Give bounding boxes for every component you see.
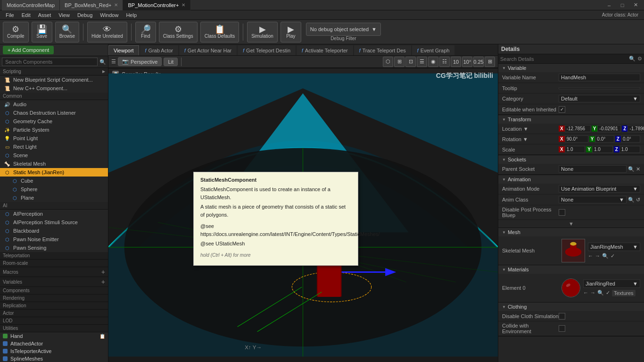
location-x-input[interactable] <box>565 125 591 132</box>
debug-filter-dropdown[interactable]: No debug object selected ▼ <box>306 23 381 36</box>
viewport-area[interactable]: ☰ 📷 Perspective Lit ⬡ ⊞ ⊡ ☰ ◉ ☷ 10 <box>108 56 498 362</box>
section-rendering[interactable]: Rendering <box>0 295 108 302</box>
menu-file[interactable]: File <box>2 10 18 20</box>
lit-button[interactable]: Lit <box>164 58 178 66</box>
animation-section-header[interactable]: ▼ Animation <box>498 175 644 184</box>
tab-grab-actor[interactable]: f Grab Actor <box>140 45 178 55</box>
tab-event-graph[interactable]: f Event Graph <box>412 45 455 55</box>
transform-section-header[interactable]: ▼ Transform <box>498 115 644 124</box>
anim-mode-dropdown[interactable]: Use Animation Blueprint ▼ <box>559 185 640 193</box>
section-components[interactable]: Components <box>0 287 108 295</box>
list-item[interactable]: ✨ Particle System <box>0 126 108 134</box>
mesh-section-header[interactable]: ▼ Mesh <box>498 228 644 236</box>
close-active-tab-icon[interactable]: ✕ <box>182 2 185 8</box>
rotation-y-input[interactable] <box>595 135 614 143</box>
simulation-button[interactable]: ▶ Simulation <box>247 22 278 42</box>
mat-browse-icon[interactable]: 🔍 <box>597 290 604 296</box>
section-utilities[interactable]: Utilities <box>0 325 108 332</box>
list-item-sphere[interactable]: ⬡ Sphere <box>0 185 108 194</box>
details-search-input[interactable] <box>500 56 627 62</box>
list-item-plane[interactable]: ⬡ Plane <box>0 194 108 202</box>
mesh-back-icon[interactable]: ← <box>588 253 593 259</box>
list-item[interactable]: ⬡ AIPerception <box>0 210 108 218</box>
section-ai[interactable]: AI <box>0 202 108 210</box>
menu-edit[interactable]: Edit <box>18 10 34 20</box>
menu-debug[interactable]: Debug <box>74 10 96 20</box>
var-attached-actor[interactable]: AttachedActor <box>0 340 108 347</box>
tab-bp-motioncontroller[interactable]: BP_MotionController+ ✕ <box>123 0 190 10</box>
section-room-scale[interactable]: Room-scale <box>0 260 108 267</box>
vp-icon-1[interactable]: ⬡ <box>383 57 393 67</box>
mesh-forward-icon[interactable]: → <box>595 253 600 259</box>
menu-window[interactable]: Window <box>96 10 122 20</box>
compile-button[interactable]: ⚙ Compile <box>3 22 29 42</box>
tab-trace-teleport[interactable]: f Trace Teleport Des <box>354 45 411 55</box>
play-button[interactable]: ▶ Play <box>281 22 301 42</box>
vp-icon-2[interactable]: ⊞ <box>394 57 405 67</box>
variable-section-header[interactable]: ▼ Variable <box>498 64 644 72</box>
location-y-input[interactable] <box>597 125 621 132</box>
class-settings-button[interactable]: ⚙ Class Settings <box>159 22 198 42</box>
material-name-field[interactable]: JianRingRed ▼ <box>583 279 640 288</box>
perspective-button[interactable]: 📷 Perspective <box>118 57 162 66</box>
list-item[interactable]: ⬡ Pawn Sensing <box>0 244 108 252</box>
materials-section-header[interactable]: ▼ Materials <box>498 265 644 274</box>
vp-icon-7[interactable]: ⊞ <box>485 57 495 67</box>
scale-y-input[interactable] <box>592 146 613 153</box>
list-item[interactable]: 📜 New C++ Component... <box>0 84 108 93</box>
mat-back-icon[interactable]: ← <box>583 290 588 296</box>
collide-env-checkbox[interactable] <box>559 325 565 332</box>
section-common[interactable]: Common <box>0 93 108 100</box>
section-macros[interactable]: Macros + <box>0 267 108 277</box>
list-item[interactable]: ⬡ AIPerception Stimuli Source <box>0 218 108 227</box>
var-hand[interactable]: Hand 📋 <box>0 332 108 340</box>
parent-socket-browse-icon[interactable]: 🔍 <box>628 166 635 172</box>
browse-button[interactable]: 🔍 Browse <box>55 22 79 42</box>
section-actor[interactable]: Actor <box>0 310 108 317</box>
tab-bp-boxmesh[interactable]: BP_BoxMesh_Red+ ✕ <box>60 0 123 10</box>
section-variables[interactable]: Variables + <box>0 277 108 287</box>
tab-get-teleport-destin[interactable]: f Get Teleport Destin <box>238 45 296 55</box>
tab-activate-teleporter[interactable]: f Activate Teleporter <box>297 45 353 55</box>
maximize-button[interactable]: □ <box>616 0 629 10</box>
tab-get-actor-near[interactable]: f Get Actor Near Har <box>179 45 237 55</box>
anim-class-reset-icon[interactable]: ↺ <box>636 197 640 203</box>
tab-motion-controller-map[interactable]: MotionControllerMap <box>2 0 60 10</box>
var-is-teleporter-active[interactable]: IsTeleporterActive <box>0 347 108 355</box>
section-replication[interactable]: Replication <box>0 302 108 310</box>
mat-forward-icon[interactable]: → <box>590 290 595 296</box>
save-button[interactable]: 💾 Save <box>32 22 52 42</box>
parent-socket-clear-icon[interactable]: ✕ <box>636 166 640 172</box>
list-item[interactable]: 🔊 Audio <box>0 100 108 109</box>
section-lod[interactable]: LOD <box>0 317 108 325</box>
menu-view[interactable]: View <box>55 10 74 20</box>
list-item[interactable]: 📜 New Blueprint Script Component... <box>0 76 108 84</box>
animation-expand-icon[interactable]: ▼ <box>498 220 644 227</box>
anim-class-dropdown[interactable]: None ▼ <box>559 196 627 203</box>
vp-icon-4[interactable]: ☰ <box>417 57 427 67</box>
static-mesh-item[interactable]: ⬡ Static Mesh (JianRen) <box>0 168 108 177</box>
add-variable-icon[interactable]: + <box>101 278 105 286</box>
mat-textures-icon[interactable]: Textures <box>612 290 636 296</box>
mesh-use-icon[interactable]: ✓ <box>611 253 615 259</box>
vp-icon-3[interactable]: ⊡ <box>405 57 416 67</box>
rotation-dropdown-icon[interactable]: ▼ <box>523 136 528 142</box>
vp-coords[interactable]: 0.25 <box>473 57 484 67</box>
tooltip-input[interactable] <box>559 87 640 89</box>
list-item[interactable]: ⬡ Pawn Noise Emitter <box>0 235 108 244</box>
anim-class-browse-icon[interactable]: 🔍 <box>628 197 635 203</box>
minimize-button[interactable]: – <box>603 0 616 10</box>
sockets-section-header[interactable]: ▼ Sockets <box>498 155 644 164</box>
vp-icon-5[interactable]: ◉ <box>428 57 438 67</box>
list-item[interactable]: ▭ Rect Light <box>0 143 108 151</box>
mesh-browse-icon[interactable]: 🔍 <box>602 253 609 259</box>
tab-viewport[interactable]: Viewport <box>108 45 139 55</box>
close-window-button[interactable]: ✕ <box>629 0 642 10</box>
find-button[interactable]: 🔎 Find <box>135 22 156 42</box>
class-defaults-button[interactable]: 📋 Class Defaults <box>200 22 239 42</box>
mat-use-icon[interactable]: ✓ <box>606 290 610 296</box>
add-component-button[interactable]: + Add Component <box>3 46 54 54</box>
list-item[interactable]: 💡 Point Light <box>0 134 108 143</box>
details-settings-icon[interactable]: ⚙ <box>637 56 642 62</box>
scale-x-input[interactable] <box>565 146 586 153</box>
